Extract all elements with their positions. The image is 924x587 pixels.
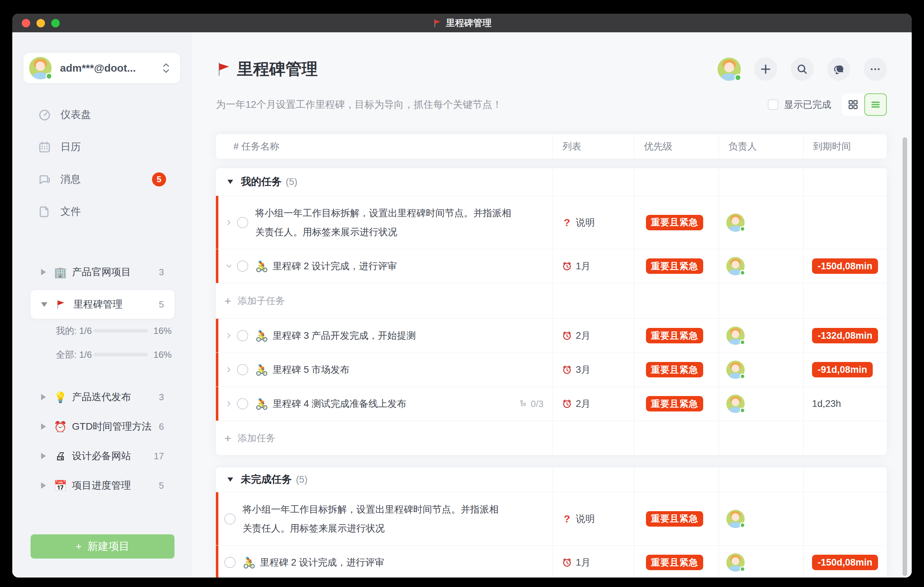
- online-status-dot: [740, 226, 745, 232]
- assignee-avatar[interactable]: [726, 395, 744, 413]
- chat-button[interactable]: [827, 58, 850, 81]
- priority-badge[interactable]: 重要且紧急: [646, 328, 703, 343]
- cyclist-emoji-icon: 🚴: [255, 260, 268, 272]
- add-subtask-label[interactable]: 添加子任务: [238, 295, 285, 307]
- vertical-scrollbar[interactable]: [903, 137, 907, 576]
- add-member-button[interactable]: [754, 58, 777, 81]
- new-project-button[interactable]: + 新建项目: [31, 534, 175, 559]
- task-row[interactable]: 🚴 里程碑 3 产品开发完成，开始提测 2月 重要且紧急: [216, 318, 887, 353]
- group-header[interactable]: 未完成任务 (5): [216, 467, 887, 492]
- collapsed-triangle-icon[interactable]: [41, 482, 46, 489]
- task-checkbox[interactable]: [237, 398, 248, 409]
- task-checkbox[interactable]: [237, 261, 248, 272]
- board-view-button[interactable]: [842, 93, 864, 116]
- project-item[interactable]: 🖨 设计必备网站 17: [31, 441, 175, 471]
- list-label[interactable]: 3月: [576, 363, 591, 376]
- assignee-avatar[interactable]: [726, 361, 744, 379]
- list-label[interactable]: 2月: [576, 397, 591, 410]
- show-completed-toggle[interactable]: 显示已完成: [768, 98, 831, 111]
- task-checkbox[interactable]: [224, 513, 236, 524]
- priority-badge[interactable]: 重要且紧急: [646, 511, 703, 527]
- task-checkbox[interactable]: [224, 557, 236, 568]
- project-emoji-icon: 📅: [54, 480, 67, 492]
- task-title[interactable]: 里程碑 5 市场发布: [272, 360, 349, 379]
- group-collapse-icon[interactable]: [228, 477, 233, 481]
- group-collapse-icon[interactable]: [228, 180, 233, 184]
- list-label[interactable]: 1月: [576, 260, 591, 272]
- assignee-avatar[interactable]: [726, 326, 744, 345]
- expand-chevron-icon[interactable]: [224, 331, 233, 340]
- project-item[interactable]: 💡 产品迭代发布 3: [31, 383, 175, 412]
- task-title[interactable]: 将小组一年工作目标拆解，设置出里程碑时间节点。并指派相关责任人。用标签来展示进行…: [255, 204, 517, 242]
- task-row[interactable]: 🚴 里程碑 5 市场发布 3月 重要且紧急: [216, 353, 887, 386]
- online-status-dot: [740, 566, 745, 572]
- collapsed-triangle-icon[interactable]: [41, 424, 46, 430]
- expand-chevron-icon[interactable]: [224, 218, 233, 227]
- list-label[interactable]: 说明: [576, 216, 595, 229]
- sidebar-item-dashboard[interactable]: 仪表盘: [12, 99, 192, 131]
- account-selector[interactable]: adm***@doot...: [23, 53, 180, 83]
- group-name: 我的任务: [241, 175, 282, 189]
- project-item-selected[interactable]: 里程碑管理 5: [31, 290, 175, 319]
- task-title[interactable]: 里程碑 3 产品开发完成，开始提测: [272, 326, 416, 345]
- user-avatar[interactable]: [718, 58, 741, 81]
- more-button[interactable]: [864, 58, 887, 81]
- project-item[interactable]: ⏰ GTD时间管理方法 6: [31, 412, 175, 441]
- assignee-avatar[interactable]: [726, 213, 744, 232]
- priority-badge[interactable]: 重要且紧急: [646, 258, 703, 274]
- add-task-row[interactable]: + 添加任务: [216, 420, 887, 455]
- header-actions: [718, 58, 887, 81]
- priority-badge[interactable]: 重要且紧急: [646, 215, 703, 230]
- task-row[interactable]: 🚴 里程碑 2 设计完成，进行评审 1月 重要且紧急: [216, 545, 887, 577]
- minimize-window-button[interactable]: [36, 19, 45, 27]
- collapsed-triangle-icon[interactable]: [41, 269, 46, 275]
- collapsed-triangle-icon[interactable]: [41, 453, 46, 459]
- collapse-chevron-icon[interactable]: [224, 262, 233, 271]
- assignee-avatar[interactable]: [726, 257, 744, 275]
- cyclist-emoji-icon: 🚴: [255, 364, 268, 376]
- expanded-triangle-icon[interactable]: [41, 302, 48, 307]
- task-title[interactable]: 里程碑 2 设计完成，进行评审: [272, 257, 397, 275]
- sidebar-item-calendar[interactable]: 日历: [12, 131, 192, 163]
- task-checkbox[interactable]: [237, 330, 248, 341]
- zoom-window-button[interactable]: [51, 19, 60, 27]
- show-completed-checkbox[interactable]: [768, 99, 778, 110]
- list-view-button[interactable]: [864, 93, 887, 116]
- group-header[interactable]: 我的任务 (5): [216, 168, 887, 196]
- list-label[interactable]: 1月: [576, 556, 591, 569]
- expand-chevron-icon[interactable]: [224, 365, 233, 374]
- progress-track: [94, 329, 148, 333]
- expand-chevron-icon[interactable]: [224, 399, 233, 408]
- list-label[interactable]: 说明: [576, 513, 595, 525]
- sidebar-item-messages[interactable]: 消息 5: [12, 163, 192, 196]
- task-row[interactable]: 🚴 里程碑 2 设计完成，进行评审 1月 重要且紧急: [216, 249, 887, 283]
- project-item[interactable]: 📅 项目进度管理 5: [31, 471, 175, 500]
- add-task-label[interactable]: 添加任务: [238, 432, 276, 444]
- task-checkbox[interactable]: [237, 217, 248, 228]
- priority-badge[interactable]: 重要且紧急: [646, 362, 703, 378]
- task-title[interactable]: 将小组一年工作目标拆解，设置出里程碑时间节点。并指派相关责任人。用标签来展示进行…: [243, 500, 504, 538]
- priority-badge[interactable]: 重要且紧急: [646, 396, 703, 411]
- task-title[interactable]: 里程碑 2 设计完成，进行评审: [260, 553, 384, 572]
- search-button[interactable]: [790, 58, 814, 81]
- task-row[interactable]: 🚴 里程碑 4 测试完成准备线上发布 0/3: [216, 386, 887, 420]
- project-item[interactable]: 🏢 产品官网项目 3: [31, 257, 175, 287]
- file-icon: [38, 205, 51, 218]
- column-divider: [803, 134, 804, 159]
- collapsed-triangle-icon[interactable]: [41, 394, 46, 400]
- column-header-list: 列表: [553, 140, 634, 153]
- assignee-avatar[interactable]: [726, 553, 744, 572]
- cyclist-emoji-icon: 🚴: [255, 398, 268, 410]
- page-title-text: 里程碑管理: [237, 58, 318, 80]
- assignee-avatar[interactable]: [726, 510, 744, 528]
- task-row[interactable]: 将小组一年工作目标拆解，设置出里程碑时间节点。并指派相关责任人。用标签来展示进行…: [216, 492, 887, 545]
- list-label[interactable]: 2月: [576, 329, 591, 342]
- close-window-button[interactable]: [22, 19, 30, 27]
- task-checkbox[interactable]: [237, 364, 248, 375]
- add-subtask-row[interactable]: + 添加子任务: [216, 283, 887, 318]
- task-title[interactable]: 里程碑 4 测试完成准备线上发布: [272, 394, 406, 413]
- sidebar-item-files[interactable]: 文件: [12, 196, 192, 228]
- column-divider: [634, 134, 634, 159]
- task-row[interactable]: 将小组一年工作目标拆解，设置出里程碑时间节点。并指派相关责任人。用标签来展示进行…: [216, 196, 887, 249]
- priority-badge[interactable]: 重要且紧急: [646, 555, 703, 570]
